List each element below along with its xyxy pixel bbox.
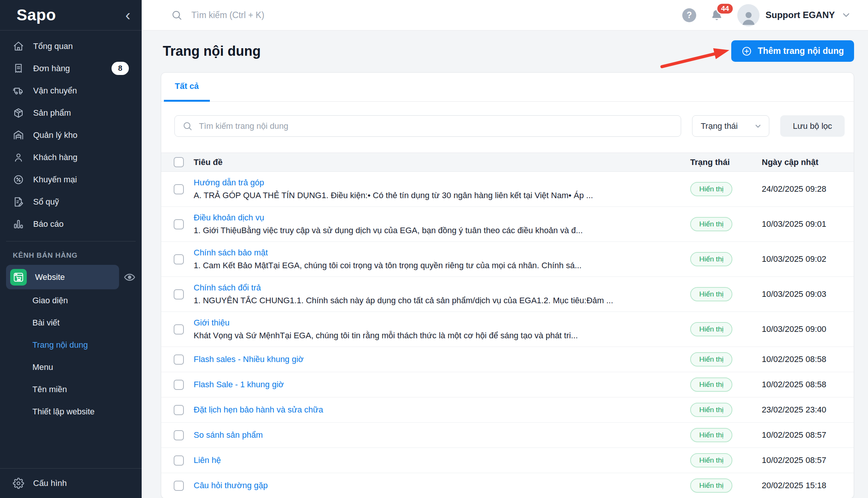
sapo-logo: Sapo (17, 6, 56, 24)
status-badge: Hiển thị (690, 428, 732, 442)
page-link[interactable]: Hướng dẫn trả góp (194, 178, 690, 188)
table-row[interactable]: So sánh sản phẩm Hiển thị 10/02/2025 08:… (161, 423, 854, 448)
sidebar-item-bai-viet[interactable]: Bài viết (6, 312, 136, 334)
row-checkbox[interactable] (174, 254, 184, 264)
chevron-down-icon (841, 10, 851, 20)
status-badge: Hiển thị (690, 377, 732, 392)
percent-icon (13, 174, 24, 185)
updated-date: 10/02/2025 08:58 (762, 354, 826, 364)
page-link[interactable]: Flash sales - Nhiều khung giờ (194, 354, 690, 364)
page-link[interactable]: Đặt lịch hẹn bảo hành và sửa chữa (194, 405, 690, 415)
add-content-page-label: Thêm trang nội dung (758, 46, 844, 56)
sidebar-divider (6, 241, 136, 241)
sidebar-item-cau-hinh[interactable]: Cấu hình (0, 468, 142, 498)
page-link[interactable]: Chính sách bảo mật (194, 248, 690, 258)
table-row[interactable]: Flash sales - Nhiều khung giờ Hiển thị 1… (161, 347, 854, 372)
sidebar-item-khach-hang[interactable]: Khách hàng (6, 146, 136, 168)
row-checkbox[interactable] (174, 455, 184, 466)
updated-date: 10/03/2025 09:02 (762, 254, 826, 264)
sidebar-item-label: Sản phẩm (33, 108, 71, 118)
sidebar-logo-row: Sapo ‹ (0, 0, 142, 31)
table-row[interactable]: Chính sách bảo mật 1. Cam Kết Bảo MậtTại… (161, 242, 854, 277)
global-search[interactable] (171, 9, 425, 21)
table-row[interactable]: Giới thiệu Khát Vọng và Sứ MệnhTại EGA, … (161, 312, 854, 347)
page-link[interactable]: Giới thiệu (194, 318, 690, 328)
user-name: Support EGANY (766, 10, 835, 20)
sidebar-item-giao-dien[interactable]: Giao diện (6, 289, 136, 312)
status-filter-dropdown[interactable]: Trạng thái (692, 115, 769, 137)
table-search[interactable] (174, 115, 681, 137)
sidebar-item-quan-ly-kho[interactable]: Quản lý kho (6, 124, 136, 146)
updated-date: 10/03/2025 09:00 (762, 324, 826, 334)
row-checkbox[interactable] (174, 289, 184, 299)
page-link[interactable]: Câu hỏi thường gặp (194, 481, 690, 490)
caret-down-icon (754, 122, 762, 130)
cashbook-icon (13, 196, 24, 208)
status-badge: Hiển thị (690, 478, 732, 493)
status-badge: Hiển thị (690, 182, 732, 196)
row-checkbox[interactable] (174, 481, 184, 491)
sidebar-item-so-quy[interactable]: Sổ quỹ (6, 191, 136, 213)
sidebar-item-van-chuyen[interactable]: Vận chuyển (6, 79, 136, 102)
table-row[interactable]: Điều khoản dịch vụ 1. Giới ThiệuBằng việ… (161, 207, 854, 242)
tab-all[interactable]: Tất cả (164, 81, 210, 102)
page-link[interactable]: Flash Sale - 1 khung giờ (194, 380, 690, 390)
row-checkbox[interactable] (174, 380, 184, 390)
sidebar-item-don-hang[interactable]: Đơn hàng 8 (6, 57, 136, 79)
sidebar-item-ten-mien[interactable]: Tên miền (6, 378, 136, 400)
table-row[interactable]: Câu hỏi thường gặp Hiển thị 20/02/2025 1… (161, 473, 854, 498)
row-checkbox[interactable] (174, 219, 184, 229)
page-link[interactable]: Điều khoản dịch vụ (194, 213, 690, 223)
tabs-bar: Tất cả (161, 73, 854, 102)
add-content-page-button[interactable]: Thêm trang nội dung (731, 40, 854, 62)
table-row[interactable]: Hướng dẫn trả góp A. TRẢ GÓP QUA THẺ TÍN… (161, 172, 854, 207)
table-search-input[interactable] (199, 121, 673, 131)
sidebar-item-san-pham[interactable]: Sản phẩm (6, 102, 136, 124)
updated-date: 24/02/2025 09:28 (762, 184, 826, 194)
page-link[interactable]: Liên hệ (194, 455, 690, 465)
select-all-checkbox[interactable] (174, 157, 184, 167)
sidebar-item-thiet-lap-website[interactable]: Thiết lập website (6, 400, 136, 423)
home-icon (13, 41, 24, 52)
package-icon (13, 107, 24, 119)
notification-count-badge: 44 (716, 3, 734, 15)
sidebar-item-menu[interactable]: Menu (6, 356, 136, 378)
sidebar-item-tong-quan[interactable]: Tổng quan (6, 35, 136, 57)
table-header: Tiêu đề Trạng thái Ngày cập nhật (161, 153, 854, 172)
row-checkbox[interactable] (174, 184, 184, 194)
table-row[interactable]: Flash Sale - 1 khung giờ Hiển thị 10/02/… (161, 372, 854, 397)
row-checkbox[interactable] (174, 324, 184, 335)
orders-count-badge: 8 (112, 62, 129, 75)
sales-channel-section-label: KÊNH BÁN HÀNG (6, 244, 136, 265)
sidebar-collapse-icon[interactable]: ‹ (125, 9, 130, 21)
column-title: Tiêu đề (194, 157, 690, 167)
notifications-bell[interactable]: 44 (710, 8, 724, 22)
sidebar-item-khuyen-mai[interactable]: Khuyến mại (6, 168, 136, 191)
table-row[interactable]: Chính sách đổi trả 1. NGUYÊN TẮC CHUNG1.… (161, 277, 854, 312)
help-icon[interactable]: ? (682, 8, 696, 22)
page-link[interactable]: So sánh sản phẩm (194, 430, 690, 440)
user-menu[interactable]: Support EGANY (737, 4, 851, 26)
sidebar: Sapo ‹ Tổng quan Đơn hàng 8 Vận chuyển S… (0, 0, 142, 498)
eye-icon[interactable] (124, 271, 136, 283)
page-link[interactable]: Chính sách đổi trả (194, 283, 690, 293)
status-badge: Hiển thị (690, 403, 732, 417)
sidebar-item-website[interactable]: Website (6, 265, 119, 289)
save-filter-button[interactable]: Lưu bộ lọc (780, 115, 845, 137)
sidebar-item-label: Tổng quan (33, 41, 73, 51)
sidebar-item-bao-cao[interactable]: Báo cáo (6, 213, 136, 235)
sidebar-item-label: Quản lý kho (33, 130, 77, 140)
avatar (737, 4, 760, 26)
sidebar-nav: Tổng quan Đơn hàng 8 Vận chuyển Sản phẩm… (0, 31, 142, 423)
table-row[interactable]: Đặt lịch hẹn bảo hành và sửa chữa Hiển t… (161, 397, 854, 423)
row-checkbox[interactable] (174, 405, 184, 415)
status-badge: Hiển thị (690, 322, 732, 336)
row-checkbox[interactable] (174, 430, 184, 440)
topbar-right: ? 44 Support EGANY (682, 4, 851, 26)
table-row[interactable]: Liên hệ Hiển thị 10/02/2025 08:57 (161, 448, 854, 473)
updated-date: 10/02/2025 08:57 (762, 430, 826, 440)
sidebar-item-trang-noi-dung[interactable]: Trang nội dung (6, 334, 136, 356)
global-search-input[interactable] (191, 10, 425, 20)
column-status: Trạng thái (690, 157, 762, 167)
row-checkbox[interactable] (174, 354, 184, 365)
